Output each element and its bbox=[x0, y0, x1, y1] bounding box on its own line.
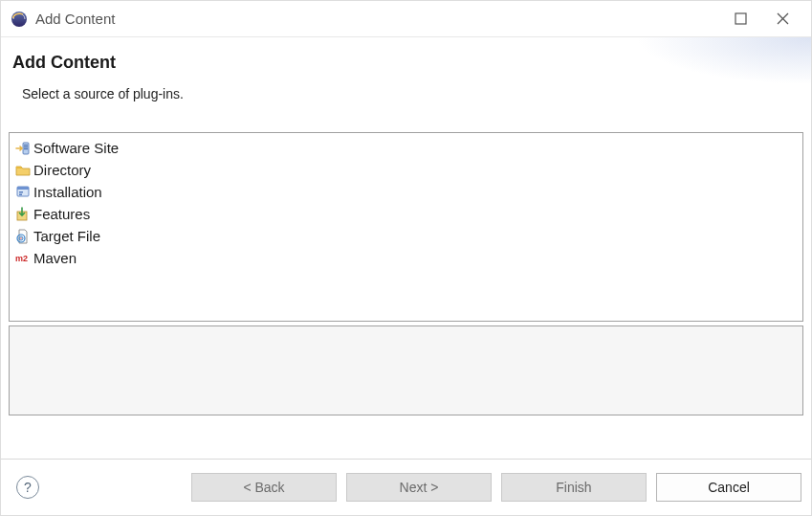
svg-rect-5 bbox=[24, 145, 28, 146]
maven-icon: m2 bbox=[15, 251, 31, 266]
maximize-button[interactable] bbox=[729, 8, 752, 31]
titlebar: Add Content bbox=[1, 1, 811, 37]
source-label: Installation bbox=[33, 184, 102, 200]
source-features[interactable]: Features bbox=[11, 203, 801, 225]
svg-rect-9 bbox=[17, 187, 29, 190]
window-title: Add Content bbox=[35, 11, 729, 27]
source-label: Features bbox=[33, 206, 90, 222]
source-directory[interactable]: Directory bbox=[11, 159, 801, 181]
source-installation[interactable]: Installation bbox=[11, 181, 801, 203]
help-button[interactable]: ? bbox=[16, 476, 39, 499]
source-label: Target File bbox=[33, 228, 100, 244]
source-label: Software Site bbox=[33, 140, 119, 156]
cancel-button[interactable]: Cancel bbox=[656, 473, 801, 502]
wizard-footer: ? < Back Next > Finish Cancel bbox=[1, 459, 811, 515]
software-site-icon bbox=[15, 141, 31, 156]
installation-icon bbox=[15, 185, 31, 200]
finish-button: Finish bbox=[501, 473, 647, 502]
features-icon bbox=[15, 207, 31, 222]
eclipse-icon bbox=[11, 11, 28, 28]
help-icon: ? bbox=[24, 480, 32, 495]
page-subtitle: Select a source of plug-ins. bbox=[12, 86, 794, 101]
svg-rect-10 bbox=[19, 191, 23, 193]
main-content: Software Site Directory Installation bbox=[1, 124, 811, 459]
svg-rect-1 bbox=[735, 13, 746, 24]
wizard-header: Add Content Select a source of plug-ins. bbox=[1, 37, 811, 124]
button-row: < Back Next > Finish Cancel bbox=[191, 473, 801, 502]
svg-rect-7 bbox=[24, 148, 28, 149]
folder-icon bbox=[15, 163, 31, 178]
svg-point-15 bbox=[20, 237, 22, 239]
source-label: Maven bbox=[33, 250, 77, 266]
page-title: Add Content bbox=[12, 53, 794, 73]
next-button: Next > bbox=[346, 473, 492, 502]
source-label: Directory bbox=[33, 162, 91, 178]
description-panel bbox=[9, 325, 803, 415]
close-button[interactable] bbox=[771, 8, 794, 31]
source-target-file[interactable]: Target File bbox=[11, 225, 801, 247]
svg-rect-6 bbox=[24, 146, 28, 147]
svg-text:m2: m2 bbox=[15, 254, 28, 263]
source-maven[interactable]: m2 Maven bbox=[11, 247, 801, 269]
svg-rect-11 bbox=[19, 193, 22, 195]
source-software-site[interactable]: Software Site bbox=[11, 137, 801, 159]
back-button: < Back bbox=[191, 473, 337, 502]
source-list[interactable]: Software Site Directory Installation bbox=[9, 132, 803, 322]
target-file-icon bbox=[15, 229, 31, 244]
window-controls bbox=[729, 8, 801, 31]
